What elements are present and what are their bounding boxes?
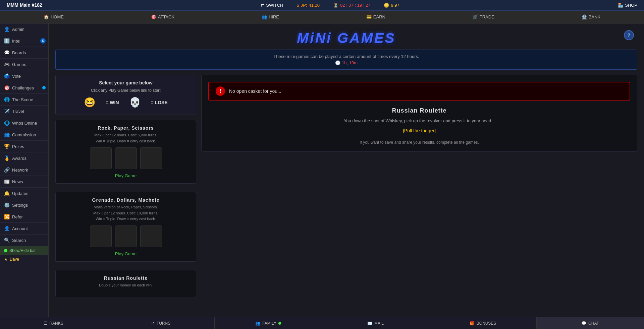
sidebar-item-vote[interactable]: 🗳️ Vote	[0, 70, 48, 82]
top-bar-center: ⇄ SWITCH $ JP: 41.20 ⏳ 02 : 07 : 19 : 27…	[261, 3, 399, 8]
sidebar-item-search[interactable]: 🔍 Search	[0, 235, 48, 246]
rps-title: Rock, Paper, Scissors	[61, 125, 191, 131]
sidebar-item-commission[interactable]: 👥 Commission	[0, 129, 48, 141]
server-title: MMM Main #182	[7, 2, 42, 8]
sidebar-item-intel[interactable]: ℹ️ Intel 6	[0, 35, 48, 47]
travel-icon: ✈️	[4, 109, 9, 114]
sidebar-item-news[interactable]: 📰 News	[0, 176, 48, 188]
challenges-icon: 🎯	[4, 85, 9, 90]
rps-rock[interactable]	[90, 147, 112, 169]
nav-attack[interactable]: 🎯 ATTACK	[146, 11, 179, 23]
jp-display: $ JP: 41.20	[297, 3, 320, 8]
coin-icon: 🪙	[384, 3, 389, 8]
family-icon: 👥	[255, 321, 260, 326]
page-header: MiNi GAMES ?	[49, 23, 644, 50]
earn-icon: 💳	[366, 14, 372, 19]
sidebar-item-challenges[interactable]: 🎯 Challenges	[0, 82, 48, 94]
error-message: No open casket for you...	[229, 88, 281, 94]
main-layout: 👤 Admin ℹ️ Intel 6 💬 Boards 🎮 Games 🗳️ V…	[0, 23, 644, 317]
sidebar-item-refer[interactable]: 🔀 Refer	[0, 211, 48, 223]
gdm-play-link[interactable]: Play Game	[61, 251, 191, 256]
rps-paper[interactable]	[115, 147, 137, 169]
sidebar-item-the-scene[interactable]: 🌐 The Scene	[0, 94, 48, 106]
vote-icon: 🗳️	[4, 73, 9, 79]
news-icon: 📰	[4, 179, 9, 184]
bank-icon: 🏦	[582, 14, 587, 19]
sidebar-item-updates[interactable]: 🔔 Updates	[0, 188, 48, 199]
gdm-machete[interactable]	[140, 225, 162, 247]
bottom-bonuses[interactable]: 🎁 BONUSES	[429, 317, 537, 329]
nav-bar: 🏠 HOME 🎯 ATTACK 👥 HIRE 💳 EARN 🛒 TRADE 🏦 …	[0, 11, 644, 23]
sidebar-item-boards[interactable]: 💬 Boards	[0, 47, 48, 59]
nav-home[interactable]: 🏠 HOME	[39, 11, 69, 23]
timer-display: ⏳ 02 : 07 : 19 : 27	[333, 3, 370, 8]
nav-trade[interactable]: 🛒 TRADE	[468, 11, 499, 23]
bottom-ranks[interactable]: ☰ RANKS	[0, 317, 107, 329]
sidebar-item-whos-online[interactable]: 🌐 Whos Online	[0, 117, 48, 129]
bottom-mail[interactable]: ✉️ MAIL	[322, 317, 429, 329]
pull-trigger-link[interactable]: [Pull the trigger]	[208, 128, 630, 133]
page-title: MiNi GAMES	[49, 30, 644, 46]
bottom-family[interactable]: 👥 FAMILY	[215, 317, 322, 329]
left-column: Select your game below Click any Play Ga…	[55, 75, 196, 301]
sidebar-item-games[interactable]: 🎮 Games	[0, 59, 48, 70]
sidebar-item-account[interactable]: 👤 Account	[0, 223, 48, 235]
info-box: These mini-games can be played a certain…	[55, 50, 637, 70]
gdm-dollars[interactable]	[115, 225, 137, 247]
user-online-item[interactable]: ★ Dave	[0, 255, 48, 264]
lose-icon: 💀	[129, 97, 141, 108]
rps-choices	[61, 147, 191, 169]
win-label: = WIN	[106, 100, 119, 105]
nav-hire[interactable]: 👥 HIRE	[257, 11, 284, 23]
help-button[interactable]: ?	[624, 30, 634, 40]
bottom-turns[interactable]: ↺ TURNS	[107, 317, 215, 329]
trade-icon: 🛒	[473, 14, 478, 19]
refer-icon: 🔀	[4, 214, 9, 219]
sidebar-item-travel[interactable]: ✈️ Travel	[0, 106, 48, 117]
games-icon: 🎮	[4, 62, 9, 67]
challenges-badge	[42, 86, 46, 89]
nav-earn[interactable]: 💳 EARN	[361, 11, 390, 23]
roulette-left-desc: Double your money on each win.	[61, 282, 191, 288]
online-dot	[4, 249, 7, 252]
content-area: MiNi GAMES ? These mini-games can be pla…	[49, 23, 644, 317]
game-select-subtitle: Click any Play Game below link to start	[61, 88, 191, 93]
show-hide-bar[interactable]: Show/Hide bar	[0, 246, 48, 255]
bottom-bar: ☰ RANKS ↺ TURNS 👥 FAMILY ✉️ MAIL 🎁 BONUS…	[0, 317, 644, 329]
rps-play-link[interactable]: Play Game	[61, 173, 191, 178]
gdm-choices	[61, 225, 191, 247]
attack-icon: 🎯	[151, 14, 156, 19]
sidebar-item-prizes[interactable]: 🏆 Prizes	[0, 141, 48, 152]
clock-icon: 🕐	[335, 60, 340, 65]
roulette-title: Russian Roulette	[208, 107, 630, 114]
network-icon: 🔗	[4, 167, 9, 173]
game-card-gdm: Grenade, Dollars, Machete Mafia version …	[55, 192, 196, 262]
win-lose-row: 😆 = WIN 💀 = LOSE	[61, 97, 191, 108]
account-icon: 👤	[4, 226, 9, 231]
sidebar-item-admin[interactable]: 👤 Admin	[0, 23, 48, 35]
switch-icon: ⇄	[261, 3, 264, 8]
sidebar-item-settings[interactable]: ⚙️ Settings	[0, 199, 48, 211]
ranks-icon: ☰	[44, 321, 47, 326]
intel-badge: 6	[40, 38, 46, 44]
nav-bank[interactable]: 🏦 BANK	[577, 11, 605, 23]
commission-icon: 👥	[4, 132, 9, 137]
switch-btn[interactable]: ⇄ SWITCH	[261, 3, 283, 8]
sidebar-item-network[interactable]: 🔗 Network	[0, 164, 48, 176]
game-card-rps: Rock, Paper, Scissors Max 3 per 12 hours…	[55, 120, 196, 184]
shop-btn[interactable]: 🏪 SHOP	[618, 3, 637, 8]
rps-desc: Max 3 per 12 hours. Cost: 5,000 turns.Wi…	[61, 132, 191, 144]
gdm-grenade[interactable]	[90, 225, 112, 247]
chat-icon: 💬	[581, 321, 586, 326]
gdm-desc: Mafia version of Rock, Paper, Scissors.M…	[61, 204, 191, 222]
win-icon: 😆	[84, 97, 96, 108]
game-select-box: Select your game below Click any Play Ga…	[55, 75, 196, 115]
rps-scissors[interactable]	[140, 147, 162, 169]
timer-display: 🕐 1h, 19m	[335, 60, 358, 65]
admin-icon: 👤	[4, 26, 9, 32]
top-bar: MMM Main #182 ⇄ SWITCH $ JP: 41.20 ⏳ 02 …	[0, 0, 644, 11]
right-column: ! No open casket for you... Russian Roul…	[201, 75, 637, 301]
bottom-chat[interactable]: 💬 CHAT	[537, 317, 644, 329]
sidebar-item-awards[interactable]: 🏅 Awards	[0, 152, 48, 164]
updates-icon: 🔔	[4, 191, 9, 196]
